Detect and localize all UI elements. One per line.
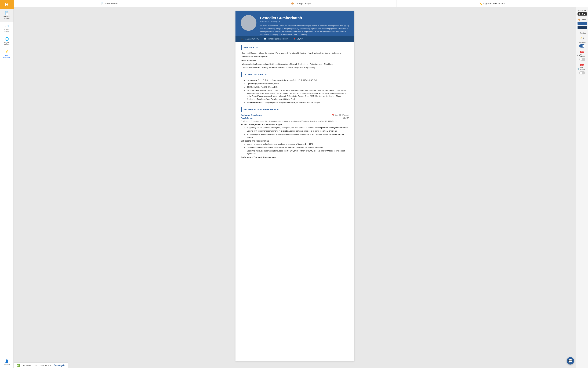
change-design-label: Change Design [295, 2, 311, 5]
exp-bullet-6[interactable]: Deploying various programming languages … [247, 149, 349, 155]
avatar [241, 15, 256, 31]
spacing-up-icon[interactable]: ▲ [584, 13, 586, 15]
add-section-label: Section [580, 32, 586, 34]
my-resumes-button[interactable]: 📄 My Resumes [14, 0, 205, 7]
key-skills-title: KEY SKILLS [244, 46, 258, 49]
company-name[interactable]: Covfefe Inc. [241, 117, 254, 120]
sidebar-item-label-cover: CoverLetter [4, 29, 9, 33]
sidebar-item-get-premium[interactable]: ⚡ GetPremium [0, 48, 13, 61]
live-review-label-row: ● Live Review [577, 53, 587, 57]
upgrade-download-button[interactable]: ✏️ Upgrade to Download [397, 0, 588, 7]
job-header: Software Developer 📅 Jan '16- Present [241, 114, 349, 116]
resume-title[interactable]: Software Developer [260, 20, 349, 23]
save-check-icon: ✅ [16, 364, 20, 367]
experience-section: PROFESSIONAL EXPERIENCE Software Develop… [241, 107, 349, 158]
ai-assistant-panel: ⚡ AI AI Assistant [577, 37, 587, 47]
live-review-badges: New [580, 51, 584, 53]
job-match-panel: Beta ⚙️ Job Match [577, 64, 587, 74]
tech-skill-os[interactable]: Operating Systems: Windows, Linux [247, 82, 349, 85]
spacing-stepper[interactable]: ▼ 2 ▲ [578, 12, 587, 16]
tech-skill-frameworks[interactable]: Web Frameworks: Django (Python), Google … [247, 101, 349, 104]
phone-contact: 📞 +1 92328 20391 [241, 37, 259, 40]
resume-scroll-area[interactable]: Benedict Cumberbatch Software Developer … [14, 7, 576, 368]
sidebar-item-account[interactable]: 👤 Account [0, 357, 13, 368]
resume-document: Benedict Cumberbatch Software Developer … [235, 11, 354, 361]
spacing-down-icon[interactable]: ▼ [579, 13, 581, 15]
email-value[interactable]: benedict@hiration.com [267, 38, 288, 40]
exp-bullet-5[interactable]: Debugging and troubleshooting the softwa… [247, 146, 349, 149]
new-badge: New [580, 51, 584, 53]
chat-button[interactable]: 💬 [567, 357, 574, 365]
skills-line2[interactable]: • Security Awareness Programs [241, 55, 349, 58]
ai-label: AI [583, 37, 584, 39]
areas-line2[interactable]: • Cloud Applications • Operating Systems… [241, 66, 349, 69]
change-design-button[interactable]: 🎨 Change Design [205, 0, 397, 7]
ai-assistant-label: AI Assistant [579, 40, 586, 44]
exp-bullet-4[interactable]: Improving existing technologies and solu… [247, 143, 349, 146]
tech-skill-dbms[interactable]: DBMS: MySQL, NoSQL (MongoDB) [247, 86, 349, 89]
tech-skill-languages[interactable]: Languages: C++, C, Python, Java, JavaScr… [247, 79, 349, 82]
topbar: 📄 My Resumes 🎨 Change Design ✏️ Upgrade … [14, 0, 588, 7]
theme-icon: 🎨 [578, 19, 580, 21]
location-value[interactable]: SF, CA [297, 38, 303, 40]
sidebar-item-digital-portfolio[interactable]: 🌐 DigitalPortfolio [0, 35, 13, 48]
resume-summary[interactable]: 5+ years experienced Computer Science Pr… [260, 24, 349, 36]
exp-bullet-3[interactable]: Formulating the requirements of the mana… [247, 133, 349, 139]
technical-skills-title: TECHNICAL SKILLS [244, 73, 267, 76]
live-review-icon: ● [577, 54, 579, 56]
areas-label: Areas of Interest [241, 59, 349, 62]
email-icon: ✉️ [264, 37, 266, 40]
sidebar-item-resume-builder[interactable]: 📄 ResumeBuilder [0, 9, 13, 22]
areas-line1[interactable]: • Web Application Programming • Distribu… [241, 63, 349, 66]
change-design-icon: 🎨 [291, 2, 294, 5]
sidebar-item-label-account: Account [3, 364, 10, 366]
job-dates-value[interactable]: Jan '16- Present [335, 114, 349, 116]
tech-skill-technologies[interactable]: Technologies: Eclipse, JQuery, XML, JSON… [247, 89, 349, 101]
section-bar-tech [241, 72, 242, 77]
add-section-button[interactable]: + Section [579, 32, 586, 34]
job-dates: 📅 Jan '16- Present [332, 114, 349, 116]
app-logo[interactable]: H [0, 0, 14, 9]
resume-body: KEY SKILLS • Technical Support • Cloud C… [235, 42, 354, 165]
technical-skills-section: TECHNICAL SKILLS Languages: C++, C, Pyth… [241, 72, 349, 104]
premium-icon: ⚡ [5, 50, 9, 54]
skills-line1[interactable]: • Technical Support • Cloud Computing • … [241, 52, 349, 55]
phone-value[interactable]: +1 92328 20391 [244, 38, 259, 40]
experience-title: PROFESSIONAL EXPERIENCE [244, 108, 279, 111]
theme-swatch-dark[interactable] [578, 26, 587, 29]
main-area: Benedict Cumberbatch Software Developer … [14, 7, 588, 368]
resume-name[interactable]: Benedict Cumberbatch [260, 16, 349, 20]
save-bar: ✅ Last Saved: 12:57 pm 24 Jul 2020 Save … [14, 362, 68, 368]
ai-label-row: ⚡ AI [580, 37, 584, 39]
theme-swatch-blue[interactable] [578, 22, 587, 25]
job-match-icon: ⚙️ [577, 68, 579, 70]
job-title[interactable]: Software Developer [241, 114, 262, 116]
upgrade-label: Upgrade to Download [483, 2, 505, 5]
spacing-value: 2 [581, 13, 583, 15]
job-match-label-row: ⚙️ Job Match [577, 67, 587, 71]
sidebar-item-cover-letter[interactable]: ✉️ CoverLetter [0, 22, 13, 35]
my-resumes-label: My Resumes [105, 2, 118, 5]
contact-bar: 📞 +1 92328 20391 ✉️ benedict@hiration.co… [235, 36, 354, 42]
sidebar-item-label-resume: ResumeBuilder [3, 16, 10, 20]
ai-assistant-toggle[interactable] [579, 44, 585, 47]
upgrade-icon: ✏️ [479, 2, 482, 5]
exp-bullet-1[interactable]: Supporting the HR partners, employees, m… [247, 126, 349, 129]
spacing-icon: ⊞ [578, 9, 579, 11]
sidebar-item-label-premium: GetPremium [3, 55, 10, 59]
job-match-label: Job Match [580, 67, 587, 71]
company-description: Covfefe Inc. is one of the leading playe… [241, 120, 349, 122]
experience-header: PROFESSIONAL EXPERIENCE [241, 107, 349, 112]
spacing-control-panel: ⊞ Spacing ▼ 2 ▲ [577, 9, 587, 16]
digital-portfolio-icon: 🌐 [5, 37, 9, 41]
job-match-toggle[interactable] [579, 71, 585, 74]
spacing-label-row: ⊞ Spacing [578, 9, 586, 11]
product-bullets: Supporting the HR partners, employees, m… [244, 126, 349, 139]
key-skills-header: KEY SKILLS [241, 45, 349, 50]
ai-icon: ⚡ [580, 37, 582, 39]
live-review-toggle[interactable] [579, 58, 585, 61]
exp-bullet-2[interactable]: Liaising with computer programmers, IT e… [247, 129, 349, 132]
section-bar-exp [241, 107, 242, 112]
sidebar: H 📄 ResumeBuilder ✉️ CoverLetter 🌐 Digit… [0, 0, 14, 368]
save-again-button[interactable]: Save Again [54, 364, 65, 367]
